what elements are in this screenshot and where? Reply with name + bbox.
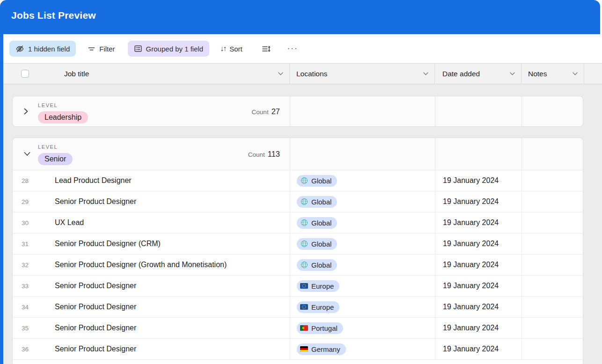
- chevron-down-icon[interactable]: [278, 72, 283, 75]
- notes-cell[interactable]: [521, 233, 583, 254]
- location-pill: Global: [297, 217, 337, 229]
- globe-icon: [300, 177, 308, 185]
- job-title-cell[interactable]: Lead Product Designer: [55, 176, 132, 185]
- group-value-pill[interactable]: Leadership: [38, 111, 88, 124]
- location-name: Portugal: [311, 324, 338, 332]
- column-label: Date added: [442, 70, 480, 78]
- column-header-notes[interactable]: Notes: [521, 64, 584, 84]
- locations-cell[interactable]: Portugal: [290, 318, 435, 338]
- table-row[interactable]: 29 Senior Product Designer: [13, 191, 583, 212]
- notes-cell[interactable]: [521, 170, 583, 191]
- hidden-fields-button[interactable]: 1 hidden field: [9, 41, 76, 57]
- row-number: 35: [13, 325, 55, 332]
- locations-cell[interactable]: Germany: [290, 339, 435, 359]
- locations-cell[interactable]: Europe: [290, 276, 435, 296]
- column-label: Notes: [528, 70, 547, 78]
- locations-cell[interactable]: Global: [290, 233, 435, 254]
- sort-arrows-icon: ↓↑: [220, 44, 226, 53]
- filter-icon: [88, 45, 95, 53]
- location-pill: Portugal: [297, 322, 343, 334]
- row-height-icon: [262, 45, 271, 53]
- table-row[interactable]: 33 Senior Product Designer: [13, 275, 583, 296]
- job-title-cell[interactable]: Senior Product Designer: [55, 282, 136, 290]
- eu-flag-icon: [300, 303, 308, 311]
- table-row-partial: [13, 359, 583, 364]
- group-field-label: LEVEL: [38, 102, 58, 108]
- job-title-cell[interactable]: Senior Product Designer (CRM): [55, 240, 161, 248]
- locations-cell[interactable]: Global: [290, 212, 435, 233]
- group-button[interactable]: Grouped by 1 field: [128, 41, 210, 57]
- location-pill: Global: [297, 175, 337, 187]
- chevron-right-icon[interactable]: [24, 108, 28, 115]
- filter-button[interactable]: Filter: [81, 41, 121, 57]
- location-pill: Global: [297, 259, 337, 271]
- location-name: Germany: [311, 345, 340, 353]
- notes-cell[interactable]: [521, 191, 583, 212]
- job-title-cell[interactable]: Senior Product Designer: [55, 197, 136, 206]
- chevron-down-icon[interactable]: [573, 72, 578, 75]
- date-added-cell[interactable]: 19 January 2024: [435, 191, 521, 212]
- locations-cell[interactable]: Global: [290, 255, 435, 275]
- date-added-cell[interactable]: 19 January 2024: [435, 212, 521, 233]
- date-added-cell[interactable]: 19 January 2024: [435, 339, 521, 359]
- notes-cell[interactable]: [521, 255, 583, 275]
- column-header-date-added[interactable]: Date added: [434, 64, 521, 84]
- location-name: Europe: [311, 282, 334, 290]
- group-value-pill[interactable]: Senior: [38, 153, 73, 165]
- job-title-cell[interactable]: Senior Product Designer (Growth and Mone…: [55, 261, 227, 269]
- table-row[interactable]: 35 Senior Product Designer: [13, 317, 583, 338]
- group-leadership: LEVEL Leadership Count27: [12, 96, 583, 127]
- date-added-cell[interactable]: 19 January 2024: [435, 170, 521, 191]
- notes-cell[interactable]: [521, 318, 583, 338]
- date-added-cell[interactable]: 19 January 2024: [435, 276, 521, 296]
- locations-cell[interactable]: Europe: [290, 297, 435, 317]
- count-label: Count: [252, 109, 269, 116]
- date-added-cell[interactable]: 19 January 2024: [435, 297, 521, 317]
- sort-button[interactable]: ↓↑ Sort: [214, 41, 249, 57]
- count-value: 113: [268, 150, 280, 158]
- group-icon: [134, 44, 142, 53]
- notes-cell[interactable]: [521, 339, 583, 359]
- table-row[interactable]: 31 Senior Product Designer (CRM): [13, 233, 583, 254]
- column-header-locations[interactable]: Locations: [289, 64, 434, 84]
- select-all-checkbox[interactable]: [21, 70, 29, 78]
- window-left-border: [0, 28, 3, 364]
- date-added-cell[interactable]: 19 January 2024: [435, 318, 521, 338]
- date-added-cell[interactable]: 19 January 2024: [435, 233, 521, 254]
- table-row[interactable]: 32 Senior Product Designer (Growth and M…: [13, 254, 583, 275]
- notes-cell[interactable]: [521, 297, 583, 317]
- job-title-cell[interactable]: Senior Product Designer: [55, 345, 136, 353]
- locations-cell[interactable]: Global: [290, 191, 435, 212]
- filter-label: Filter: [99, 45, 115, 53]
- date-added-cell[interactable]: 19 January 2024: [435, 255, 521, 275]
- globe-icon: [300, 219, 308, 227]
- chevron-down-icon[interactable]: [510, 72, 515, 75]
- group-label: Grouped by 1 field: [146, 45, 204, 53]
- chevron-down-icon[interactable]: [423, 72, 428, 75]
- job-title-cell[interactable]: UX Lead: [55, 218, 84, 227]
- column-label: Job title: [64, 70, 89, 78]
- job-title-cell[interactable]: Senior Product Designer: [55, 303, 136, 311]
- group-empty-cell: [290, 138, 435, 170]
- locations-cell[interactable]: Global: [290, 170, 435, 191]
- column-header-job-title[interactable]: Job title: [3, 64, 289, 84]
- row-number: 28: [13, 177, 55, 184]
- table-row[interactable]: 34 Senior Product Designer: [13, 296, 583, 317]
- table-row[interactable]: 30 UX Lead: [13, 212, 583, 233]
- globe-icon: [300, 198, 308, 206]
- group-empty-cell: [290, 96, 435, 126]
- job-title-cell[interactable]: Senior Product Designer: [55, 324, 136, 332]
- notes-cell[interactable]: [521, 276, 583, 296]
- chevron-down-icon[interactable]: [24, 152, 30, 156]
- location-pill: Global: [297, 196, 337, 208]
- location-pill: Germany: [297, 343, 346, 355]
- more-options-button[interactable]: ···: [282, 44, 304, 53]
- row-height-button[interactable]: [256, 41, 276, 57]
- page-title: Jobs List Preview: [11, 10, 96, 21]
- notes-cell[interactable]: [521, 212, 583, 233]
- location-name: Global: [311, 240, 331, 248]
- table-row[interactable]: 36 Senior Product Designer: [13, 338, 583, 359]
- table-row[interactable]: 28 Lead Product Designer: [13, 170, 583, 191]
- germany-flag-icon: [300, 345, 308, 353]
- content-card: 1 hidden field Filter Gro: [3, 34, 602, 364]
